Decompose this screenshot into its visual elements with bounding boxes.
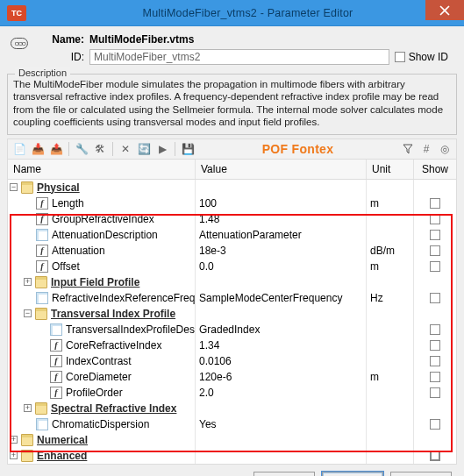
param-length[interactable]: fLength 100 m [8, 195, 456, 211]
apply-button[interactable]: Apply [390, 472, 452, 477]
tool-load-icon[interactable]: 📄 [11, 141, 27, 157]
folder-icon [21, 181, 33, 194]
expand-icon[interactable]: + [10, 451, 18, 459]
description-group: Description The MultiModeFiber module si… [7, 74, 457, 135]
button-bar: OK Cancel Apply [7, 465, 457, 477]
enum-icon [36, 418, 48, 430]
description-legend: Description [15, 67, 70, 78]
tool-import-icon[interactable]: 📥 [30, 141, 46, 157]
show-checkbox[interactable] [430, 261, 440, 272]
tool-export-icon[interactable]: 📤 [48, 141, 64, 157]
header-area: ○○○ Name: MultiModeFiber.vtms ID: Show I… [7, 30, 457, 74]
param-core-diameter[interactable]: fCoreDiameter 120e-6 m [8, 369, 456, 385]
param-transversal-index-profile-desc[interactable]: TransversalIndexProfileDesc GradedIndex [8, 322, 456, 337]
show-checkbox[interactable] [430, 356, 440, 366]
scalar-icon: f [50, 355, 62, 367]
col-name[interactable]: Name [8, 160, 196, 179]
scalar-icon: f [36, 260, 48, 273]
folder-icon [21, 434, 33, 446]
tool-wrench-icon[interactable]: 🔧 [74, 141, 89, 157]
ok-button[interactable]: OK [253, 472, 315, 477]
col-unit[interactable]: Unit [367, 160, 414, 179]
enum-icon [50, 323, 62, 336]
window-title: MultiModeFiber_vtms2 - Parameter Editor [32, 7, 464, 19]
description-text: The MultiModeFiber module simulates the … [13, 78, 451, 129]
param-group-refractive-index[interactable]: fGroupRefractiveIndex 1.48 [8, 211, 456, 227]
show-checkbox[interactable] [430, 372, 440, 382]
checkbox-icon [395, 52, 405, 62]
tool-filter-icon[interactable] [400, 141, 416, 157]
show-checkbox[interactable] [430, 387, 440, 398]
enum-icon [36, 229, 48, 241]
tool-save-icon[interactable]: 💾 [180, 141, 196, 157]
id-label: ID: [47, 51, 84, 63]
scalar-icon: f [36, 197, 48, 210]
show-checkbox[interactable] [430, 293, 440, 303]
toolbar: 📄 📥 📤 🔧 🛠 ✕ 🔄 ▶ 💾 POF Fontex # ◎ [7, 139, 457, 160]
parameter-grid: −Physical fLength 100 m fGroupRefractive… [7, 180, 457, 465]
show-checkbox[interactable] [430, 419, 440, 430]
param-core-refractive-index[interactable]: fCoreRefractiveIndex 1.34 [8, 337, 456, 353]
folder-numerical[interactable]: +Numerical [8, 432, 456, 448]
param-index-contrast[interactable]: fIndexContrast 0.0106 [8, 353, 456, 369]
col-show[interactable]: Show [414, 160, 456, 179]
tool-grid-icon[interactable]: # [418, 141, 434, 157]
scalar-icon: f [50, 339, 62, 352]
show-id-label: Show ID [409, 51, 448, 63]
folder-spectral-refractive-index[interactable]: +Spectral Refractive Index [8, 401, 456, 416]
folder-transversal-index-profile[interactable]: −Transversal Index Profile [8, 306, 456, 322]
param-attenuation-description[interactable]: AttenuationDescription AttenuationParame… [8, 227, 456, 243]
folder-input-field-profile[interactable]: +Input Field Profile [8, 274, 456, 290]
name-value: MultiModeFiber.vtms [89, 33, 453, 46]
param-profile-order[interactable]: fProfileOrder 2.0 [8, 385, 456, 401]
param-offset[interactable]: fOffset 0.0 m [8, 259, 456, 274]
folder-icon [35, 276, 47, 288]
expand-icon[interactable]: + [24, 404, 32, 412]
tool-target-icon[interactable]: ◎ [437, 141, 453, 157]
show-checkbox-tristate[interactable] [430, 451, 440, 461]
tool-refresh-icon[interactable]: 🔄 [136, 141, 152, 157]
grid-header: Name Value Unit Show [7, 160, 457, 180]
scalar-icon: f [50, 371, 62, 383]
col-value[interactable]: Value [196, 160, 367, 179]
app-icon: TC [7, 5, 26, 21]
show-id-toggle[interactable]: Show ID [395, 51, 453, 63]
param-chromatic-dispersion[interactable]: ChromaticDispersion Yes [8, 416, 456, 432]
tool-hammer-icon[interactable]: 🛠 [92, 141, 108, 157]
folder-icon [21, 450, 33, 462]
show-checkbox[interactable] [430, 340, 440, 351]
folder-icon [35, 308, 47, 320]
overlay-label: POF Fontex [198, 142, 397, 156]
expand-icon[interactable]: + [10, 436, 18, 444]
param-attenuation[interactable]: fAttenuation 18e-3 dB/m [8, 243, 456, 259]
expand-icon[interactable]: + [24, 278, 32, 286]
show-checkbox[interactable] [430, 214, 440, 224]
show-checkbox[interactable] [430, 324, 440, 335]
show-checkbox[interactable] [430, 230, 440, 240]
param-refractive-index-ref-freq[interactable]: RefractiveIndexReferenceFreq SampleModeC… [8, 290, 456, 306]
close-icon [439, 5, 450, 16]
title-bar: TC MultiModeFiber_vtms2 - Parameter Edit… [0, 0, 464, 26]
show-checkbox[interactable] [430, 198, 440, 209]
scalar-icon: f [36, 213, 48, 225]
collapse-icon[interactable]: − [10, 183, 18, 191]
folder-enhanced[interactable]: +Enhanced [8, 448, 456, 464]
show-checkbox[interactable] [430, 245, 440, 256]
id-field[interactable] [89, 49, 389, 65]
close-button[interactable] [425, 0, 464, 20]
cancel-button[interactable]: Cancel [322, 472, 383, 477]
scalar-icon: f [36, 245, 48, 257]
enum-icon [36, 292, 48, 304]
module-icon: ○○○ [11, 33, 40, 68]
collapse-icon[interactable]: − [24, 309, 32, 317]
scalar-icon: f [50, 387, 62, 399]
folder-physical[interactable]: −Physical [8, 180, 456, 195]
tool-delete-icon[interactable]: ✕ [118, 141, 133, 157]
name-label: Name: [47, 33, 84, 46]
tool-run-icon[interactable]: ▶ [154, 141, 170, 157]
folder-icon [35, 402, 47, 415]
